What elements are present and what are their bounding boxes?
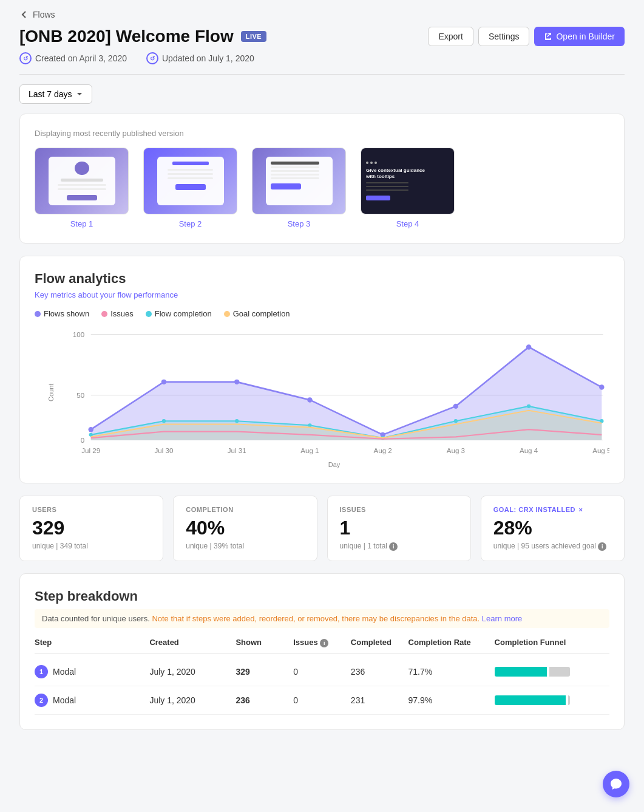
goal-label: GOAL: CRX Installed × [493,506,612,513]
row2-funnel-empty [568,695,570,705]
step-3-text2 [271,170,319,172]
open-in-builder-button[interactable]: Open in Builder [534,27,625,46]
completion-sub: unique | 39% total [186,542,304,550]
step-item-2: Step 2 [143,148,237,228]
chart-legend: Flows shown Issues Flow completion Goal … [35,309,609,318]
row1-shown: 329 [236,667,293,677]
legend-dot-goal [224,311,230,317]
row2-issues: 0 [293,695,351,705]
export-button[interactable]: Export [428,27,473,46]
row2-created: July 1, 2020 [149,695,236,705]
step-4-text1 [366,182,408,183]
step-2-title [172,162,209,165]
updated-meta: ↺ Updated on July 1, 2020 [146,52,254,64]
row1-funnel-empty [549,667,570,677]
updated-icon: ↺ [146,52,158,64]
step-1-text2 [58,188,106,190]
flows-dot-6 [526,344,531,349]
chat-icon [609,777,623,791]
step-1-inner [35,148,128,214]
step-3-title [271,162,319,165]
legend-flow-completion: Flow completion [146,309,212,318]
svg-text:Aug 2: Aug 2 [373,446,391,454]
svg-text:Aug 1: Aug 1 [300,446,319,454]
row1-name: Modal [53,667,76,677]
legend-flows-shown: Flows shown [35,309,89,318]
issues-info-icon[interactable]: i [389,542,398,551]
step-1-content [49,157,115,205]
row1-num: 1 [35,665,48,678]
analytics-subtitle: Key metrics about your flow performance [35,290,609,299]
settings-button[interactable]: Settings [478,27,530,46]
learn-more-link[interactable]: Learn more [482,614,522,623]
step-3-content [266,157,333,205]
legend-goal-completion: Goal completion [224,309,290,318]
users-sub: unique | 349 total [32,542,151,550]
step-3-btn [271,183,301,189]
row2-num: 2 [35,694,48,707]
step-4-tooltip: Give contextual guidancewith tooltips [366,162,449,201]
legend-dot-flows [35,311,41,317]
breakdown-title: Step breakdown [35,589,609,604]
goal-info-icon[interactable]: i [598,542,606,551]
preview-subtitle: Displaying most recently published versi… [35,129,609,138]
svg-text:Jul 29: Jul 29 [81,446,100,454]
step-1-btn [67,195,97,200]
page-title: [ONB 2020] Welcome Flow [19,27,234,46]
back-navigation[interactable]: Flows [19,10,625,19]
step-2-text1 [168,169,213,171]
step-thumb-3[interactable] [252,148,346,214]
legend-label-goal: Goal completion [233,309,290,318]
step-thumb-2[interactable] [143,148,237,214]
back-link-label: Flows [33,10,55,19]
step-thumb-1[interactable] [35,148,129,214]
col-rate: Completion Rate [408,638,495,647]
steps-preview: Displaying most recently published versi… [35,129,609,228]
issues-sub: unique | 1 total i [340,542,458,551]
col-step: Step [35,638,149,647]
flows-dot-5 [453,404,458,409]
created-meta: ↺ Created on April 3, 2020 [19,52,127,64]
live-badge: LIVE [241,31,266,42]
steps-row: Step 1 [35,148,609,228]
step-2-text2 [168,173,213,175]
back-arrow-icon [19,10,29,19]
step-2-content [157,157,224,205]
step-3-text3 [271,174,319,176]
legend-label-flows: Flows shown [44,309,89,318]
step-4-inner: Give contextual guidancewith tooltips [361,148,454,214]
svg-text:Aug 4: Aug 4 [520,446,538,454]
breakdown-note-plain: Data counted for unique users. [42,614,152,623]
step-thumb-4[interactable]: Give contextual guidancewith tooltips [361,148,455,214]
step-item-3: Step 3 [252,148,346,228]
row2-rate: 97.9% [408,695,495,705]
flows-dot-2 [234,380,239,384]
row2-step: 2 Modal [35,694,149,707]
chat-button[interactable] [603,771,629,797]
col-shown: Shown [236,638,293,647]
steps-preview-card: Displaying most recently published versi… [19,114,625,244]
completion-dot-2 [235,419,239,423]
flows-dot-1 [161,380,166,384]
completion-dot-5 [454,419,458,423]
analytics-chart: 100 50 0 Jul 29 Jul 30 Jul 31 Aug 1 Aug … [59,328,609,456]
issues-label: ISSUES [340,506,458,513]
users-label: USERS [32,506,151,513]
svg-text:100: 100 [73,330,84,338]
goal-sub: unique | 95 users achieved goal i [493,542,612,551]
issues-col-info-icon[interactable]: i [320,639,328,647]
metric-goal: GOAL: CRX Installed × 28% unique | 95 us… [481,496,625,561]
col-created: Created [149,638,236,647]
date-range-dropdown[interactable]: Last 7 days [19,84,92,104]
row1-rate: 71.7% [408,667,495,677]
step-2-label: Step 2 [179,219,202,228]
svg-text:Jul 30: Jul 30 [155,446,174,454]
svg-text:Jul 31: Jul 31 [228,446,246,454]
goal-close-icon[interactable]: × [578,506,583,513]
col-funnel: Completion Funnel [495,638,609,647]
external-link-icon [544,32,552,41]
issues-value: 1 [340,517,458,539]
legend-dot-completion [146,311,152,317]
flows-dot-3 [307,397,312,402]
row2-funnel [495,695,609,705]
